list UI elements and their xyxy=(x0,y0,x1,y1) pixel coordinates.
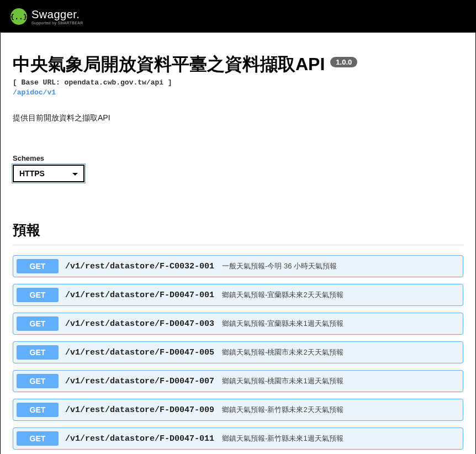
endpoint-path: /v1/rest/datastore/F-D0047-003 xyxy=(65,319,214,329)
main-content: 中央氣象局開放資料平臺之資料擷取API 1.0.0 [ Base URL: op… xyxy=(1,33,475,454)
endpoint-description: 鄉鎮天氣預報-桃園市未來2天天氣預報 xyxy=(222,347,343,357)
endpoint-path: /v1/rest/datastore/F-D0047-001 xyxy=(65,291,214,300)
endpoint-path: /v1/rest/datastore/F-D0047-005 xyxy=(65,348,214,357)
schemes-section: Schemes HTTPS xyxy=(13,154,463,182)
swagger-badge-icon: {..} xyxy=(10,8,27,25)
schemes-label: Schemes xyxy=(13,154,463,162)
endpoint-path: /v1/rest/datastore/F-D0047-007 xyxy=(65,377,214,386)
method-badge: GET xyxy=(17,403,59,417)
schemes-select-wrap: HTTPS xyxy=(13,165,84,182)
logo-subtitle: Supported by SMARTBEAR xyxy=(31,21,83,25)
endpoint-row[interactable]: GET/v1/rest/datastore/F-C0032-001一般天氣預報-… xyxy=(13,255,463,277)
logo-text: Swagger. Supported by SMARTBEAR xyxy=(31,9,83,25)
endpoint-description: 鄉鎮天氣預報-宜蘭縣未來1週天氣預報 xyxy=(222,319,343,329)
endpoint-path: /v1/rest/datastore/F-C0032-001 xyxy=(65,262,214,271)
schemes-select[interactable]: HTTPS xyxy=(13,165,84,182)
endpoint-description: 鄉鎮天氣預報-桃園市未來1週天氣預報 xyxy=(222,376,343,386)
version-badge: 1.0.0 xyxy=(330,57,357,67)
endpoint-row[interactable]: GET/v1/rest/datastore/F-D0047-011鄉鎮天氣預報-… xyxy=(13,427,463,450)
endpoint-path: /v1/rest/datastore/F-D0047-011 xyxy=(65,434,214,444)
logo-title: Swagger. xyxy=(31,9,83,20)
api-description: 提供目前開放資料之擷取API xyxy=(13,113,463,123)
top-header: {..} Swagger. Supported by SMARTBEAR xyxy=(1,1,475,33)
endpoint-row[interactable]: GET/v1/rest/datastore/F-D0047-003鄉鎮天氣預報-… xyxy=(13,313,463,335)
endpoint-row[interactable]: GET/v1/rest/datastore/F-D0047-007鄉鎮天氣預報-… xyxy=(13,370,463,392)
endpoint-description: 鄉鎮天氣預報-新竹縣未來2天天氣預報 xyxy=(222,405,343,415)
endpoint-row[interactable]: GET/v1/rest/datastore/F-D0047-005鄉鎮天氣預報-… xyxy=(13,341,463,363)
swagger-logo[interactable]: {..} Swagger. Supported by SMARTBEAR xyxy=(10,8,83,25)
method-badge: GET xyxy=(17,374,59,388)
endpoint-path: /v1/rest/datastore/F-D0047-009 xyxy=(65,405,214,415)
method-badge: GET xyxy=(17,288,59,302)
method-badge: GET xyxy=(17,316,59,331)
endpoint-description: 一般天氣預報-今明 36 小時天氣預報 xyxy=(222,261,337,271)
base-url: [ Base URL: opendata.cwb.gov.tw/api ] xyxy=(13,78,463,87)
api-title-row: 中央氣象局開放資料平臺之資料擷取API 1.0.0 xyxy=(13,55,463,74)
api-title: 中央氣象局開放資料平臺之資料擷取API xyxy=(13,55,325,74)
method-badge: GET xyxy=(17,431,59,446)
method-badge: GET xyxy=(17,345,59,360)
endpoint-row[interactable]: GET/v1/rest/datastore/F-D0047-009鄉鎮天氣預報-… xyxy=(13,399,463,421)
endpoint-description: 鄉鎮天氣預報-宜蘭縣未來2天天氣預報 xyxy=(222,290,343,300)
endpoint-description: 鄉鎮天氣預報-新竹縣未來1週天氣預報 xyxy=(222,434,343,444)
endpoint-row[interactable]: GET/v1/rest/datastore/F-D0047-001鄉鎮天氣預報-… xyxy=(13,284,463,306)
endpoints-list: GET/v1/rest/datastore/F-C0032-001一般天氣預報-… xyxy=(13,255,463,450)
apidoc-link[interactable]: /apidoc/v1 xyxy=(13,88,56,97)
method-badge: GET xyxy=(17,259,59,273)
section-forecast-header[interactable]: 預報 xyxy=(13,221,463,245)
